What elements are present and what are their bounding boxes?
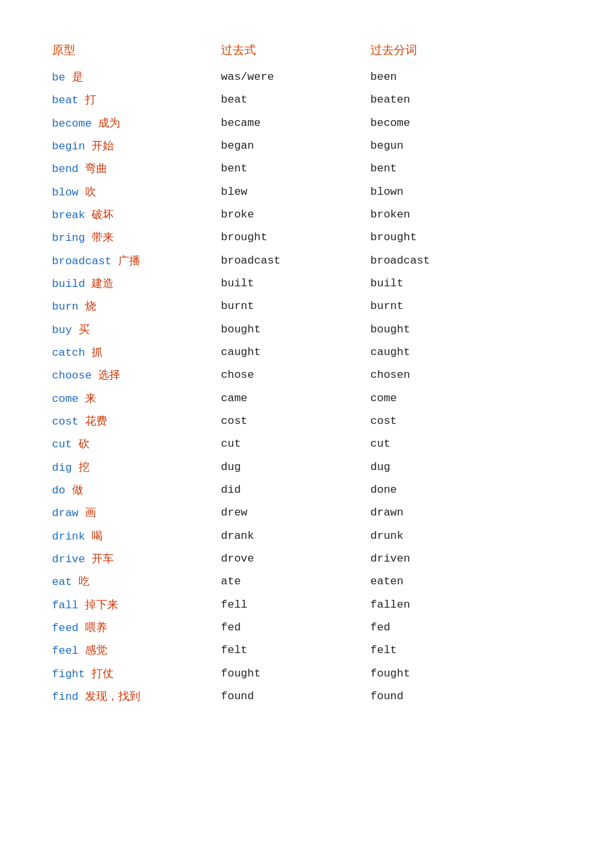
table-row: drink 喝drankdrunk (52, 525, 562, 548)
verb-cn: 成为 (98, 117, 120, 129)
table-row: fall 掉下来fellfallen (52, 594, 562, 617)
verb-table: 原型 过去式 过去分词 be 是was/werebeenbeat 打beatbe… (52, 39, 562, 709)
verb-base: dig 挖 (52, 459, 221, 477)
verb-pp: bought (370, 321, 520, 339)
table-row: come 来camecome (52, 388, 562, 410)
verb-base: buy 买 (52, 321, 221, 339)
verb-cn: 感觉 (85, 644, 107, 656)
verb-base: come 来 (52, 390, 221, 408)
verb-pp: drawn (370, 504, 520, 522)
verb-pp: beaten (370, 92, 520, 109)
verb-past: chose (221, 367, 370, 384)
table-row: choose 选择chosechosen (52, 364, 562, 387)
verb-past: beat (221, 92, 370, 109)
verb-base: beat 打 (52, 92, 221, 109)
table-row: eat 吃ateeaten (52, 571, 562, 593)
verb-base: become 成为 (52, 115, 221, 132)
verb-past: cut (221, 436, 370, 453)
verb-pp: done (370, 482, 520, 499)
verb-pp: come (370, 390, 520, 408)
verb-cn: 喝 (92, 530, 103, 542)
verb-pp: become (370, 115, 520, 132)
verb-past: broke (221, 206, 370, 224)
verb-pp: chosen (370, 367, 520, 384)
verb-cn: 烧 (85, 300, 96, 312)
table-row: feel 感觉feltfelt (52, 639, 562, 662)
verb-pp: begun (370, 138, 520, 155)
verb-pp: cut (370, 436, 520, 453)
verb-past: ate (221, 573, 370, 591)
table-row: catch 抓caughtcaught (52, 341, 562, 364)
verb-pp: blown (370, 184, 520, 201)
verb-cn: 做 (72, 484, 83, 496)
verb-base: build 建造 (52, 275, 221, 293)
verb-past: did (221, 482, 370, 499)
verb-pp: been (370, 69, 520, 86)
verb-base: catch 抓 (52, 344, 221, 362)
verb-pp: fought (370, 665, 520, 683)
table-row: build 建造builtbuilt (52, 273, 562, 295)
verb-cn: 是 (72, 71, 83, 83)
verb-cn: 画 (85, 506, 96, 519)
verb-base: bend 弯曲 (52, 160, 221, 178)
verb-past: built (221, 275, 370, 293)
verb-past: fought (221, 665, 370, 683)
table-row: buy 买boughtbought (52, 319, 562, 341)
verb-pp: caught (370, 344, 520, 362)
verb-pp: built (370, 275, 520, 293)
verb-pp: bent (370, 160, 520, 178)
verb-base: blow 吹 (52, 184, 221, 201)
verb-cn: 抓 (92, 346, 103, 358)
verb-pp: eaten (370, 573, 520, 591)
verb-past: came (221, 390, 370, 408)
verb-past: bent (221, 160, 370, 178)
verb-cn: 广播 (118, 254, 140, 267)
verb-base: be 是 (52, 69, 221, 86)
header-col1: 原型 (52, 42, 221, 60)
verb-cn: 花费 (85, 415, 107, 427)
verb-base: begin 开始 (52, 138, 221, 155)
verb-cn: 建造 (92, 277, 114, 290)
verb-past: felt (221, 642, 370, 660)
verb-cn: 开车 (92, 552, 114, 565)
table-row: do 做diddone (52, 479, 562, 502)
verb-pp: felt (370, 642, 520, 660)
header-row: 原型 过去式 过去分词 (52, 39, 562, 66)
verb-base: draw 画 (52, 504, 221, 522)
verb-base: do 做 (52, 482, 221, 499)
verb-cn: 挖 (79, 461, 90, 473)
verb-past: drank (221, 528, 370, 545)
verb-base: bring 带来 (52, 229, 221, 247)
verb-pp: fallen (370, 597, 520, 614)
verb-cn: 选择 (98, 369, 120, 381)
verb-cn: 买 (79, 323, 90, 336)
table-row: break 破坏brokebroken (52, 204, 562, 227)
verb-cn: 开始 (92, 140, 114, 152)
verb-past: caught (221, 344, 370, 362)
verb-pp: cost (370, 413, 520, 430)
verb-base: feel 感觉 (52, 642, 221, 660)
verb-pp: dug (370, 459, 520, 477)
table-row: burn 烧burntburnt (52, 295, 562, 318)
verb-past: was/were (221, 69, 370, 86)
verb-pp: drunk (370, 528, 520, 545)
verb-base: break 破坏 (52, 206, 221, 224)
verb-cn: 来 (85, 392, 96, 404)
table-row: feed 喂养fedfed (52, 617, 562, 639)
verb-cn: 吃 (79, 575, 90, 588)
verb-pp: fed (370, 619, 520, 637)
verb-past: brought (221, 229, 370, 247)
verb-cn: 掉下来 (85, 599, 118, 611)
verb-base: choose 选择 (52, 367, 221, 384)
verb-base: fight 打仗 (52, 665, 221, 683)
verb-base: broadcast 广播 (52, 253, 221, 270)
table-row: beat 打beatbeaten (52, 89, 562, 112)
table-row: begin 开始beganbegun (52, 135, 562, 158)
verb-past: found (221, 688, 370, 706)
table-row: broadcast 广播broadcastbroadcast (52, 250, 562, 273)
verb-pp: found (370, 688, 520, 706)
table-row: fight 打仗foughtfought (52, 663, 562, 686)
verb-past: burnt (221, 298, 370, 316)
header-col2: 过去式 (221, 42, 370, 60)
table-row: draw 画drewdrawn (52, 502, 562, 525)
